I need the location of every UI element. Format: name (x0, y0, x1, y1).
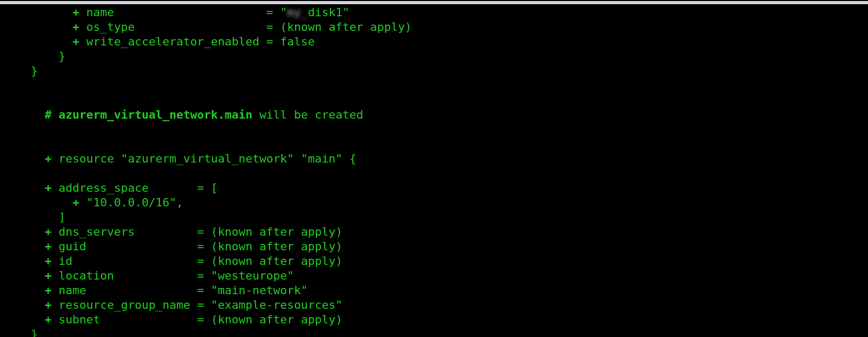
attr-row: ] (3, 210, 865, 225)
attr-row: + subnet = (known after apply) (3, 312, 865, 327)
attr-row: + "10.0.0.0/16", (3, 195, 865, 210)
attr-row: + location = "westeurope" (3, 269, 865, 283)
attr-row: + write_accelerator_enabled = false (3, 34, 865, 49)
terminal-output: + name = "my_disk1" + os_type = (known a… (0, 4, 868, 337)
close-brace: } (3, 64, 865, 78)
attr-row: + id = (known after apply) (3, 254, 865, 269)
resource-open: + resource "azurerm_virtual_network" "ma… (3, 137, 865, 181)
attr-row: + resource_group_name = "example-resourc… (3, 298, 865, 312)
attr-row: + name = "main-network" (3, 283, 865, 298)
attr-row: + os_type = (known after apply) (3, 20, 865, 34)
resource-comment: # azurerm_virtual_network.main will be c… (3, 93, 865, 137)
attr-row: + dns_servers = (known after apply) (3, 225, 865, 239)
attr-row: + guid = (known after apply) (3, 239, 865, 254)
close-brace: } (3, 49, 865, 64)
attr-row: + name = "my_disk1" (3, 5, 865, 20)
attr-row: + address_space = [ (3, 181, 865, 195)
close-brace: } (3, 327, 865, 337)
